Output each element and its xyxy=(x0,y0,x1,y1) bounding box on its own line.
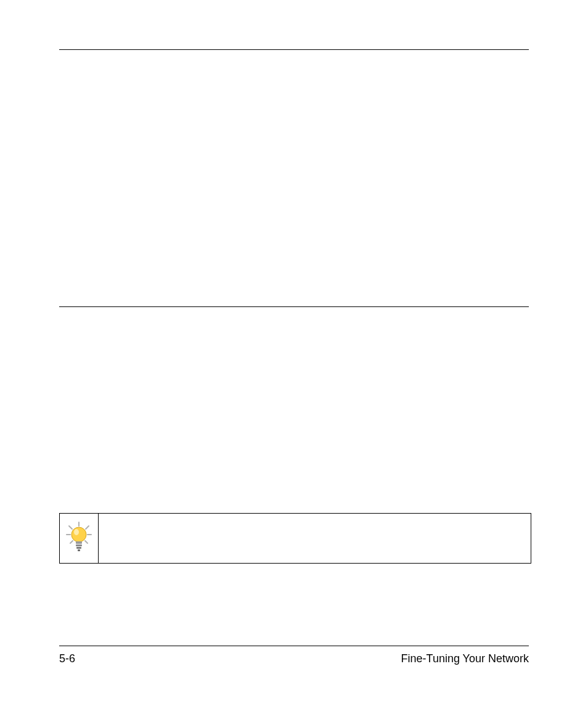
svg-line-5 xyxy=(70,541,73,543)
svg-line-2 xyxy=(86,526,89,529)
svg-rect-12 xyxy=(78,549,80,551)
bottom-horizontal-rule xyxy=(59,646,529,646)
svg-point-7 xyxy=(71,527,86,542)
svg-rect-10 xyxy=(76,544,82,546)
svg-line-6 xyxy=(85,541,88,543)
mid-horizontal-rule xyxy=(59,306,529,307)
svg-rect-11 xyxy=(76,547,81,549)
top-horizontal-rule xyxy=(59,49,529,50)
section-title: Fine-Tuning Your Network xyxy=(401,652,529,665)
tip-text xyxy=(99,514,531,563)
document-page: 5-6 Fine-Tuning Your Network xyxy=(0,0,588,706)
svg-point-8 xyxy=(74,529,79,535)
page-number: 5-6 xyxy=(59,652,75,665)
page-footer: 5-6 Fine-Tuning Your Network xyxy=(59,652,529,665)
svg-line-1 xyxy=(69,526,72,529)
lightbulb-icon xyxy=(64,521,94,556)
tip-icon-cell xyxy=(60,514,99,563)
tip-callout-box xyxy=(59,513,531,564)
svg-rect-9 xyxy=(76,541,82,544)
